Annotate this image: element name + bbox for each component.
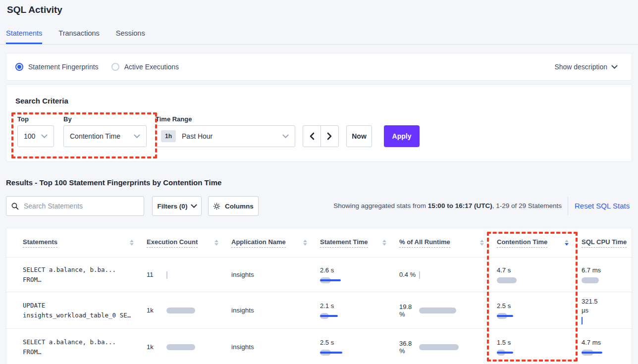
time-range-label: Time Range xyxy=(156,115,192,123)
chevron-left-icon xyxy=(309,132,315,140)
columns-button[interactable]: Columns xyxy=(208,196,259,216)
time-range-value: Past Hour xyxy=(182,132,213,140)
statement-link[interactable]: SELECT a.balance, b.ba... FROM… xyxy=(23,265,147,285)
contention-time-bar xyxy=(497,277,562,283)
radio-label: Active Executions xyxy=(124,63,179,71)
chevron-down-icon xyxy=(134,132,140,138)
apply-button[interactable]: Apply xyxy=(384,125,420,147)
reset-sql-stats-link[interactable]: Reset SQL Stats xyxy=(575,196,630,216)
table-row: SELECT a.balance, b.ba... FROM… 11 insig… xyxy=(6,257,632,292)
sort-icon[interactable] xyxy=(480,240,484,246)
radio-label: Statement Fingerprints xyxy=(28,63,99,71)
radio-unselected-icon xyxy=(111,63,119,71)
radio-statement-fingerprints[interactable]: Statement Fingerprints xyxy=(15,63,99,71)
table-row: UPDATE insights_workload_table_0 SE… 1k … xyxy=(6,292,632,328)
sort-icon[interactable] xyxy=(382,240,386,246)
chevron-down-icon xyxy=(611,62,618,69)
top-label: Top xyxy=(17,115,29,123)
statements-table-card: Statements Execution Count Application N… xyxy=(6,228,632,364)
search-criteria-card: Search Criteria Top 100 By Contention Ti… xyxy=(6,84,632,162)
contention-time-bar xyxy=(497,350,562,356)
search-icon xyxy=(11,203,19,210)
execution-count-cell: 11 xyxy=(147,271,231,278)
gear-icon xyxy=(213,203,220,210)
pct-runtime-cell: 0.4 % xyxy=(399,271,497,278)
column-header-sql-cpu-time[interactable]: SQL CPU Time xyxy=(582,238,632,248)
filters-label: Filters (0) xyxy=(158,203,188,210)
results-heading: Results - Top 100 Statement Fingerprints… xyxy=(6,178,221,187)
tab-sessions[interactable]: Sessions xyxy=(116,27,145,44)
column-header-pct-runtime[interactable]: % of All Runtime xyxy=(399,238,497,248)
sort-icon-active-desc[interactable] xyxy=(565,240,569,246)
sql-cpu-time-bar xyxy=(582,317,612,323)
show-description-toggle[interactable]: Show description xyxy=(554,63,617,71)
by-label: By xyxy=(63,115,72,123)
results-toolbar: Filters (0) Columns Showing aggregated s… xyxy=(0,196,638,216)
by-select[interactable]: Contention Time xyxy=(63,125,147,147)
execution-count-bar xyxy=(166,344,216,350)
column-header-contention-time[interactable]: Contention Time xyxy=(497,238,582,248)
showing-range: 15:00 to 16:17 (UTC) xyxy=(428,202,492,209)
sql-activity-page: SQL Activity Statements Transactions Ses… xyxy=(0,0,638,364)
radio-selected-icon xyxy=(15,63,23,71)
sql-cpu-time-cell: 4.7 ms xyxy=(582,338,632,356)
statement-link[interactable]: SELECT a.balance, b.ba... FROM… xyxy=(23,337,147,357)
execution-count-bar xyxy=(166,272,216,278)
toolbar-divider xyxy=(568,197,568,215)
tab-statements[interactable]: Statements xyxy=(6,27,42,44)
statement-time-bar xyxy=(320,350,379,356)
time-nav-group xyxy=(303,125,339,147)
filters-button[interactable]: Filters (0) xyxy=(152,196,202,216)
now-button[interactable]: Now xyxy=(346,125,372,147)
chevron-down-icon xyxy=(191,202,198,208)
tab-transactions[interactable]: Transactions xyxy=(58,27,99,44)
time-range-badge: 1h xyxy=(161,130,176,142)
pct-runtime-cell: 19.8 % xyxy=(399,303,497,318)
search-statements-box xyxy=(6,196,144,216)
top-select[interactable]: 100 xyxy=(17,125,54,147)
pct-runtime-bar xyxy=(419,344,482,350)
pct-runtime-cell: 36.8 % xyxy=(399,340,497,355)
sort-icon[interactable] xyxy=(303,240,307,246)
application-name-cell: insights xyxy=(231,271,320,278)
prev-time-button[interactable] xyxy=(303,126,321,147)
statement-time-bar xyxy=(320,313,379,319)
view-toggle-card: Statement Fingerprints Active Executions… xyxy=(6,53,632,81)
column-header-statements[interactable]: Statements xyxy=(23,238,147,248)
table-row: SELECT a.balance, b.ba... FROM… 1k insig… xyxy=(6,328,632,364)
execution-count-bar xyxy=(166,308,216,313)
sql-cpu-time-cell: 6.7 ms xyxy=(582,266,632,283)
chevron-down-icon xyxy=(282,132,289,138)
table-header-row: Statements Execution Count Application N… xyxy=(6,228,632,257)
column-header-statement-time[interactable]: Statement Time xyxy=(320,238,399,248)
statement-time-cell: 2.6 s xyxy=(320,266,399,283)
statement-time-cell: 2.1 s xyxy=(320,302,399,319)
execution-count-cell: 1k xyxy=(147,307,231,314)
application-name-cell: insights xyxy=(231,307,320,314)
sort-icon[interactable] xyxy=(214,240,218,246)
contention-time-cell: 2.5 s xyxy=(497,302,582,319)
search-criteria-heading: Search Criteria xyxy=(15,97,68,105)
show-description-label: Show description xyxy=(554,63,607,71)
execution-count-cell: 1k xyxy=(147,343,231,351)
column-header-application-name[interactable]: Application Name xyxy=(231,238,320,248)
chevron-right-icon xyxy=(327,132,332,140)
statement-time-bar xyxy=(320,277,379,283)
by-select-value: Contention Time xyxy=(70,132,120,140)
time-range-select[interactable]: 1h Past Hour xyxy=(156,125,295,147)
statement-link[interactable]: UPDATE insights_workload_table_0 SE… xyxy=(23,301,147,320)
application-name-cell: insights xyxy=(231,343,320,351)
sort-icon[interactable] xyxy=(130,240,134,246)
contention-time-cell: 4.7 s xyxy=(497,266,582,283)
columns-label: Columns xyxy=(225,203,254,210)
top-select-value: 100 xyxy=(24,132,35,140)
radio-active-executions[interactable]: Active Executions xyxy=(111,63,179,71)
contention-time-cell: 1.5 s xyxy=(497,338,582,356)
search-statements-input[interactable] xyxy=(23,202,144,210)
view-mode-radio-group: Statement Fingerprints Active Executions xyxy=(15,63,179,71)
sql-cpu-time-cell: 321.5 µs xyxy=(582,297,632,323)
pct-runtime-bar xyxy=(419,272,482,278)
next-time-button[interactable] xyxy=(321,126,338,147)
tab-bar: Statements Transactions Sessions xyxy=(0,27,638,45)
column-header-execution-count[interactable]: Execution Count xyxy=(147,238,231,248)
